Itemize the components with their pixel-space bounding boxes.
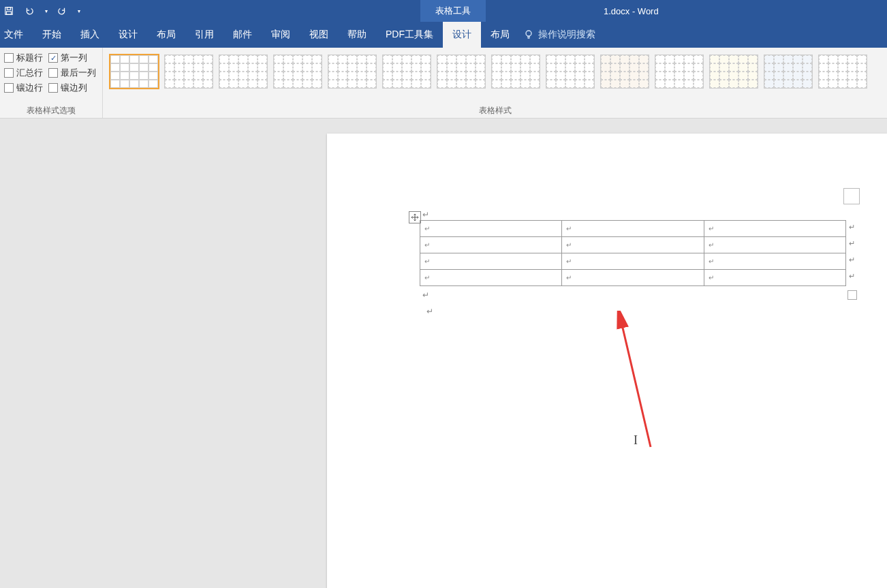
table-cell[interactable]: ↵ xyxy=(420,253,562,270)
svg-rect-2 xyxy=(7,12,12,14)
ribbon-body: 标题行 ✓ 第一列 汇总行 最后一列 xyxy=(0,48,887,119)
table-style-thumbnail[interactable] xyxy=(164,55,213,89)
row-end-mark: ↵ xyxy=(849,239,855,248)
label-last-column: 最后一列 xyxy=(61,67,96,79)
title-bar: ▾ ▾ 表格工具 1.docx - Word xyxy=(0,0,887,22)
checkbox-total-row[interactable]: 汇总行 xyxy=(4,67,43,79)
paragraph-mark: ↵ xyxy=(422,290,429,300)
table-style-thumbnail[interactable] xyxy=(328,55,377,89)
checkbox-icon xyxy=(48,68,58,78)
table-style-thumbnail[interactable] xyxy=(818,55,867,89)
table-style-thumbnail[interactable] xyxy=(382,55,431,89)
ribbon-tabs: 文件 开始 插入 设计 布局 引用 邮件 审阅 视图 帮助 PDF工具集 设计 … xyxy=(0,22,887,48)
table-style-thumbnail[interactable] xyxy=(764,55,813,89)
row-end-mark: ↵ xyxy=(849,272,855,281)
table-cell[interactable]: ↵ xyxy=(704,237,845,253)
table-style-thumbnail[interactable] xyxy=(546,55,595,89)
table-resize-handle-icon[interactable] xyxy=(847,290,857,300)
table-style-thumbnail[interactable] xyxy=(273,55,322,89)
table-style-thumbnail[interactable] xyxy=(655,55,704,89)
row-end-mark: ↵ xyxy=(849,223,855,232)
checkbox-icon xyxy=(4,53,14,63)
table-cell[interactable]: ↵ xyxy=(562,221,704,237)
annotation-arrow-icon xyxy=(613,311,668,454)
table-cell[interactable]: ↵ xyxy=(562,237,704,253)
label-total-row: 汇总行 xyxy=(16,67,43,79)
tell-me-label: 操作说明搜索 xyxy=(538,29,595,41)
table-cell[interactable]: ↵ xyxy=(562,253,704,270)
tab-pdf-tools[interactable]: PDF工具集 xyxy=(376,22,443,48)
checkbox-icon xyxy=(48,83,58,93)
document-area: ↵ ↵ ↵ ↵ ↵ ↵ ↵ ↵ ↵ ↵ ↵ ↵ ↵ ↵ xyxy=(0,119,887,588)
group-table-style-options: 标题行 ✓ 第一列 汇总行 最后一列 xyxy=(0,48,102,118)
undo-icon[interactable] xyxy=(23,5,35,17)
row-end-mark: ↵ xyxy=(849,256,855,264)
table-style-thumbnail[interactable] xyxy=(437,55,486,89)
tell-me-search[interactable]: 操作说明搜索 xyxy=(523,22,595,48)
table-row[interactable]: ↵ ↵ ↵ xyxy=(420,270,846,286)
table-row[interactable]: ↵ ↵ ↵ xyxy=(420,221,846,237)
save-icon[interactable] xyxy=(3,5,15,17)
style-options: 标题行 ✓ 第一列 汇总行 最后一列 xyxy=(4,50,96,104)
document-table[interactable]: ↵ ↵ ↵ ↵ ↵ ↵ ↵ ↵ ↵ ↵ ↵ ↵ xyxy=(420,220,846,286)
table-cell[interactable]: ↵ xyxy=(704,221,845,237)
table-style-thumbnail[interactable] xyxy=(709,55,758,89)
group-label-table-styles: 表格样式 xyxy=(107,104,883,117)
quick-access-toolbar: ▾ ▾ xyxy=(0,5,80,17)
table-cell[interactable]: ↵ xyxy=(420,270,562,286)
label-banded-rows: 镶边行 xyxy=(16,82,43,94)
group-table-styles: 表格样式 xyxy=(102,48,887,118)
tab-design[interactable]: 设计 xyxy=(109,22,147,48)
lightbulb-icon xyxy=(523,29,534,40)
table-style-thumbnail[interactable] xyxy=(110,55,159,89)
paragraph-mark: ↵ xyxy=(422,210,429,219)
label-header-row: 标题行 xyxy=(16,52,43,64)
document-title: 1.docx - Word xyxy=(604,6,659,16)
svg-rect-1 xyxy=(7,7,10,10)
tab-help[interactable]: 帮助 xyxy=(338,22,376,48)
table-cell[interactable]: ↵ xyxy=(704,253,845,270)
tab-layout[interactable]: 布局 xyxy=(147,22,185,48)
contextual-tab-title: 表格工具 xyxy=(420,0,486,22)
table-style-thumbnail[interactable] xyxy=(600,55,649,89)
table-style-thumbnail[interactable] xyxy=(219,55,268,89)
checkbox-header-row[interactable]: 标题行 xyxy=(4,52,43,64)
tab-home[interactable]: 开始 xyxy=(33,22,71,48)
tab-review[interactable]: 审阅 xyxy=(262,22,300,48)
tab-table-design[interactable]: 设计 xyxy=(443,22,481,48)
checkbox-icon: ✓ xyxy=(48,53,58,63)
tab-insert[interactable]: 插入 xyxy=(71,22,109,48)
table-style-thumbnail[interactable] xyxy=(491,55,540,89)
checkbox-banded-columns[interactable]: 镶边列 xyxy=(48,82,87,94)
svg-point-3 xyxy=(526,31,531,36)
tab-file[interactable]: 文件 xyxy=(0,22,33,48)
group-label-style-options: 表格样式选项 xyxy=(4,104,98,117)
redo-icon[interactable] xyxy=(56,5,68,17)
checkbox-icon xyxy=(4,68,14,78)
table-styles-gallery xyxy=(107,50,870,104)
tab-mailings[interactable]: 邮件 xyxy=(223,22,262,48)
label-banded-columns: 镶边列 xyxy=(61,82,87,94)
label-first-column: 第一列 xyxy=(61,52,87,64)
svg-line-4 xyxy=(620,316,651,447)
document-page[interactable]: ↵ ↵ ↵ ↵ ↵ ↵ ↵ ↵ ↵ ↵ ↵ ↵ ↵ ↵ xyxy=(327,134,887,588)
undo-dropdown-icon[interactable]: ▾ xyxy=(45,8,48,14)
text-cursor-icon: I xyxy=(634,433,638,448)
checkbox-first-column[interactable]: ✓ 第一列 xyxy=(48,52,87,64)
table-cell[interactable]: ↵ xyxy=(420,237,562,253)
tab-table-layout[interactable]: 布局 xyxy=(481,22,519,48)
qat-customize-icon[interactable]: ▾ xyxy=(78,8,80,14)
table-row[interactable]: ↵ ↵ ↵ xyxy=(420,237,846,253)
checkbox-icon xyxy=(4,83,14,93)
table-row[interactable]: ↵ ↵ ↵ xyxy=(420,253,846,270)
paragraph-mark: ↵ xyxy=(426,307,433,316)
table-cell[interactable]: ↵ xyxy=(420,221,562,237)
tab-references[interactable]: 引用 xyxy=(185,22,223,48)
checkbox-last-column[interactable]: 最后一列 xyxy=(48,67,96,79)
checkbox-banded-rows[interactable]: 镶边行 xyxy=(4,82,43,94)
page-corner-marker xyxy=(843,188,860,204)
table-cell[interactable]: ↵ xyxy=(562,270,704,286)
tab-view[interactable]: 视图 xyxy=(300,22,338,48)
table-cell[interactable]: ↵ xyxy=(704,270,845,286)
